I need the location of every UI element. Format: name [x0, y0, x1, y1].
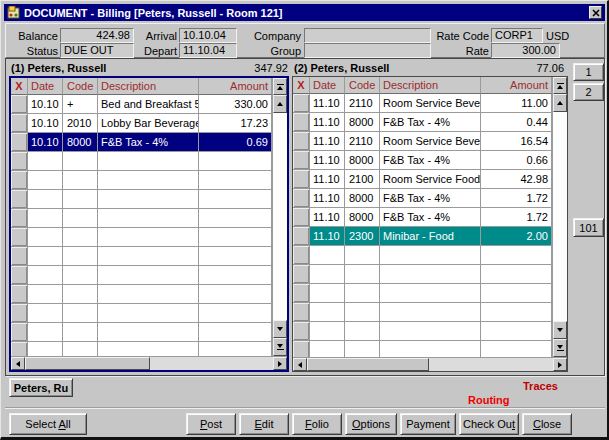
grid-row[interactable]: 11.102110Room Service Beverage16.54: [293, 132, 552, 151]
folio-button[interactable]: Folio: [292, 413, 342, 435]
grid-header-row: XDateCodeDescriptionAmount: [293, 77, 552, 94]
scroll-top-button[interactable]: [273, 78, 287, 95]
scroll-down-button[interactable]: [273, 320, 287, 338]
folio-1-horizontal-scrollbar[interactable]: [11, 356, 287, 370]
cell-description: Lobby Bar Beverage: [98, 114, 199, 133]
arrival-field[interactable]: 10.10.04: [179, 28, 237, 43]
folio-2-vertical-scrollbar[interactable]: [552, 77, 567, 357]
check-out-button[interactable]: Check Out: [459, 413, 519, 435]
routing-indicator[interactable]: Routing: [468, 394, 510, 406]
rate-field[interactable]: 300.00: [491, 43, 560, 58]
traces-indicator[interactable]: Traces: [523, 380, 558, 392]
depart-field[interactable]: 11.10.04: [179, 43, 237, 58]
grid-row[interactable]: 11.102110Room Service Beverage11.00: [293, 94, 552, 113]
cell-empty: [481, 341, 552, 357]
currency-label: USD: [546, 30, 576, 43]
post-button[interactable]: Post: [186, 413, 236, 435]
row-selector[interactable]: [293, 94, 310, 113]
scroll-track[interactable]: [150, 357, 273, 370]
scroll-track[interactable]: [553, 112, 567, 321]
scroll-track[interactable]: [429, 358, 553, 371]
grid-row[interactable]: 10.102010Lobby Bar Beverage17.23: [11, 114, 272, 133]
close-button-footer[interactable]: Close: [522, 413, 572, 435]
row-selector[interactable]: [293, 132, 310, 151]
scroll-left-button[interactable]: [11, 357, 25, 370]
grid-row[interactable]: 11.108000F&B Tax - 4%0.44: [293, 113, 552, 132]
row-selector[interactable]: [293, 189, 310, 208]
cell-empty: [199, 323, 272, 342]
select-all-button[interactable]: Select All: [9, 413, 87, 435]
scroll-right-button[interactable]: [553, 358, 567, 371]
scroll-top-button[interactable]: [553, 77, 567, 94]
cell-empty: [199, 190, 272, 209]
row-selector[interactable]: [293, 208, 310, 227]
cell-amount: 42.98: [481, 170, 552, 189]
window-button-1[interactable]: 1: [573, 63, 604, 81]
folio-1-grid[interactable]: XDateCodeDescriptionAmount10.10+Bed and …: [9, 76, 289, 372]
scroll-bottom-button[interactable]: [273, 338, 287, 356]
scroll-track[interactable]: [273, 113, 287, 320]
row-selector[interactable]: [293, 227, 310, 246]
grid-row-empty: [11, 266, 272, 285]
row-selector[interactable]: [11, 133, 28, 152]
folio-1-vertical-scrollbar[interactable]: [272, 78, 287, 356]
scroll-down-button[interactable]: [553, 321, 567, 339]
scroll-up-button[interactable]: [553, 94, 567, 112]
grid-row[interactable]: 11.102300Minibar - Food2.00: [293, 227, 552, 246]
grid-row[interactable]: 11.108000F&B Tax - 4%1.72: [293, 189, 552, 208]
row-selector[interactable]: [293, 151, 310, 170]
row-selector: [11, 152, 28, 171]
cell-empty: [310, 265, 345, 284]
cell-date: 11.10: [310, 208, 345, 227]
window-button-101[interactable]: 101: [573, 218, 604, 237]
grid-row[interactable]: 11.108000F&B Tax - 4%0.66: [293, 151, 552, 170]
cell-date: 11.10: [310, 132, 345, 151]
cell-empty: [28, 304, 63, 323]
cell-description: F&B Tax - 4%: [380, 189, 481, 208]
rate-label: Rate: [430, 45, 489, 58]
guest-window-tab[interactable]: Peters, Ru: [9, 378, 73, 397]
row-selector[interactable]: [293, 170, 310, 189]
cell-description: F&B Tax - 4%: [380, 151, 481, 170]
cell-empty: [28, 266, 63, 285]
options-button[interactable]: Options: [345, 413, 397, 435]
grid-row[interactable]: 11.108000F&B Tax - 4%1.72: [293, 208, 552, 227]
folio-2-horizontal-scrollbar[interactable]: [293, 357, 567, 371]
cell-empty: [380, 265, 481, 284]
cell-empty: [199, 342, 272, 356]
close-button[interactable]: [589, 6, 602, 19]
edit-button[interactable]: Edit: [239, 413, 289, 435]
row-selector[interactable]: [11, 95, 28, 114]
scroll-left-button[interactable]: [293, 358, 307, 371]
scroll-right-icon: [558, 362, 562, 368]
company-field[interactable]: [304, 28, 431, 43]
window-button-2[interactable]: 2: [573, 83, 604, 101]
billing-window: DOCUMENT - Billing [Peters, Russell - Ro…: [0, 0, 609, 440]
grid-row[interactable]: 11.102100Room Service Food42.98: [293, 170, 552, 189]
row-selector[interactable]: [11, 114, 28, 133]
scrollbar-thumb[interactable]: [25, 357, 150, 370]
cell-description: F&B Tax - 4%: [380, 113, 481, 132]
scroll-bottom-button[interactable]: [553, 339, 567, 357]
group-field[interactable]: [304, 43, 431, 58]
grid-row[interactable]: 10.10+Bed and Breakfast 5464330.00: [11, 95, 272, 114]
title-bar[interactable]: DOCUMENT - Billing [Peters, Russell - Ro…: [4, 4, 605, 21]
payment-button[interactable]: Payment: [400, 413, 456, 435]
cell-date: 11.10: [310, 189, 345, 208]
scrollbar-thumb[interactable]: [307, 358, 429, 371]
cell-description: Minibar - Food: [380, 227, 481, 246]
cell-description: F&B Tax - 4%: [98, 133, 199, 152]
cell-empty: [98, 342, 199, 356]
cell-code: 2300: [345, 227, 380, 246]
row-selector: [293, 246, 310, 265]
scroll-up-button[interactable]: [273, 95, 287, 113]
cell-empty: [481, 322, 552, 341]
column-header-description: Description: [380, 77, 481, 94]
scroll-right-button[interactable]: [273, 357, 287, 370]
grid-row[interactable]: 10.108000F&B Tax - 4%0.69: [11, 133, 272, 152]
row-selector[interactable]: [293, 113, 310, 132]
rate-code-field[interactable]: CORP1: [491, 28, 543, 43]
folio-2-grid[interactable]: XDateCodeDescriptionAmount11.102110Room …: [292, 76, 568, 372]
scroll-left-icon: [298, 362, 302, 368]
cell-code: 2010: [63, 114, 98, 133]
